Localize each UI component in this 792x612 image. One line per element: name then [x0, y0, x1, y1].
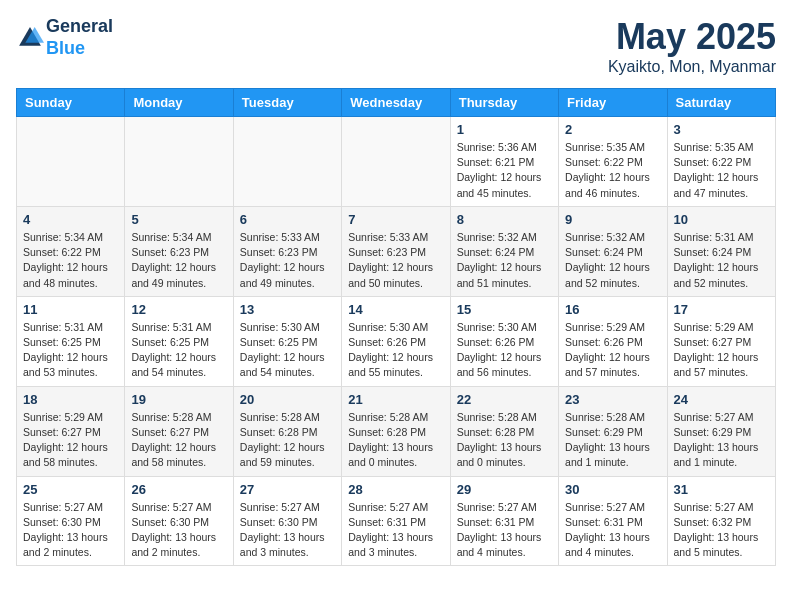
calendar-cell: 14Sunrise: 5:30 AM Sunset: 6:26 PM Dayli… — [342, 296, 450, 386]
day-number: 9 — [565, 212, 660, 227]
calendar-week-1: 1Sunrise: 5:36 AM Sunset: 6:21 PM Daylig… — [17, 117, 776, 207]
calendar-cell — [125, 117, 233, 207]
calendar-cell: 13Sunrise: 5:30 AM Sunset: 6:25 PM Dayli… — [233, 296, 341, 386]
day-number: 16 — [565, 302, 660, 317]
calendar-cell: 23Sunrise: 5:28 AM Sunset: 6:29 PM Dayli… — [559, 386, 667, 476]
day-number: 12 — [131, 302, 226, 317]
day-number: 18 — [23, 392, 118, 407]
weekday-header-sunday: Sunday — [17, 89, 125, 117]
day-info: Sunrise: 5:28 AM Sunset: 6:28 PM Dayligh… — [348, 410, 443, 471]
day-info: Sunrise: 5:30 AM Sunset: 6:25 PM Dayligh… — [240, 320, 335, 381]
day-number: 26 — [131, 482, 226, 497]
day-number: 31 — [674, 482, 769, 497]
month-title: May 2025 — [608, 16, 776, 58]
weekday-header-wednesday: Wednesday — [342, 89, 450, 117]
calendar-cell: 6Sunrise: 5:33 AM Sunset: 6:23 PM Daylig… — [233, 206, 341, 296]
day-info: Sunrise: 5:28 AM Sunset: 6:29 PM Dayligh… — [565, 410, 660, 471]
calendar-cell: 29Sunrise: 5:27 AM Sunset: 6:31 PM Dayli… — [450, 476, 558, 566]
title-block: May 2025 Kyaikto, Mon, Myanmar — [608, 16, 776, 76]
calendar-cell: 7Sunrise: 5:33 AM Sunset: 6:23 PM Daylig… — [342, 206, 450, 296]
day-info: Sunrise: 5:34 AM Sunset: 6:23 PM Dayligh… — [131, 230, 226, 291]
calendar-cell: 21Sunrise: 5:28 AM Sunset: 6:28 PM Dayli… — [342, 386, 450, 476]
calendar-cell: 11Sunrise: 5:31 AM Sunset: 6:25 PM Dayli… — [17, 296, 125, 386]
day-info: Sunrise: 5:27 AM Sunset: 6:30 PM Dayligh… — [23, 500, 118, 561]
day-number: 2 — [565, 122, 660, 137]
day-number: 25 — [23, 482, 118, 497]
weekday-header-saturday: Saturday — [667, 89, 775, 117]
calendar-cell: 9Sunrise: 5:32 AM Sunset: 6:24 PM Daylig… — [559, 206, 667, 296]
calendar-cell: 30Sunrise: 5:27 AM Sunset: 6:31 PM Dayli… — [559, 476, 667, 566]
day-info: Sunrise: 5:27 AM Sunset: 6:30 PM Dayligh… — [131, 500, 226, 561]
day-number: 7 — [348, 212, 443, 227]
day-number: 3 — [674, 122, 769, 137]
day-info: Sunrise: 5:35 AM Sunset: 6:22 PM Dayligh… — [674, 140, 769, 201]
calendar-cell: 5Sunrise: 5:34 AM Sunset: 6:23 PM Daylig… — [125, 206, 233, 296]
day-info: Sunrise: 5:35 AM Sunset: 6:22 PM Dayligh… — [565, 140, 660, 201]
calendar-cell: 3Sunrise: 5:35 AM Sunset: 6:22 PM Daylig… — [667, 117, 775, 207]
calendar-cell: 15Sunrise: 5:30 AM Sunset: 6:26 PM Dayli… — [450, 296, 558, 386]
day-info: Sunrise: 5:29 AM Sunset: 6:27 PM Dayligh… — [674, 320, 769, 381]
day-number: 1 — [457, 122, 552, 137]
day-number: 23 — [565, 392, 660, 407]
day-number: 5 — [131, 212, 226, 227]
day-info: Sunrise: 5:27 AM Sunset: 6:31 PM Dayligh… — [348, 500, 443, 561]
calendar-week-2: 4Sunrise: 5:34 AM Sunset: 6:22 PM Daylig… — [17, 206, 776, 296]
calendar-cell: 8Sunrise: 5:32 AM Sunset: 6:24 PM Daylig… — [450, 206, 558, 296]
calendar-cell: 28Sunrise: 5:27 AM Sunset: 6:31 PM Dayli… — [342, 476, 450, 566]
day-info: Sunrise: 5:27 AM Sunset: 6:32 PM Dayligh… — [674, 500, 769, 561]
calendar-cell: 25Sunrise: 5:27 AM Sunset: 6:30 PM Dayli… — [17, 476, 125, 566]
day-info: Sunrise: 5:27 AM Sunset: 6:31 PM Dayligh… — [457, 500, 552, 561]
day-info: Sunrise: 5:30 AM Sunset: 6:26 PM Dayligh… — [348, 320, 443, 381]
calendar-week-3: 11Sunrise: 5:31 AM Sunset: 6:25 PM Dayli… — [17, 296, 776, 386]
page-header: General Blue May 2025 Kyaikto, Mon, Myan… — [16, 16, 776, 76]
day-number: 8 — [457, 212, 552, 227]
day-number: 10 — [674, 212, 769, 227]
day-number: 13 — [240, 302, 335, 317]
calendar-cell: 2Sunrise: 5:35 AM Sunset: 6:22 PM Daylig… — [559, 117, 667, 207]
logo-text-line1: General — [46, 16, 113, 38]
weekday-header-row: SundayMondayTuesdayWednesdayThursdayFrid… — [17, 89, 776, 117]
day-number: 28 — [348, 482, 443, 497]
calendar-cell: 22Sunrise: 5:28 AM Sunset: 6:28 PM Dayli… — [450, 386, 558, 476]
day-info: Sunrise: 5:32 AM Sunset: 6:24 PM Dayligh… — [457, 230, 552, 291]
calendar-cell: 16Sunrise: 5:29 AM Sunset: 6:26 PM Dayli… — [559, 296, 667, 386]
calendar-cell: 10Sunrise: 5:31 AM Sunset: 6:24 PM Dayli… — [667, 206, 775, 296]
weekday-header-thursday: Thursday — [450, 89, 558, 117]
day-info: Sunrise: 5:31 AM Sunset: 6:25 PM Dayligh… — [23, 320, 118, 381]
location: Kyaikto, Mon, Myanmar — [608, 58, 776, 76]
day-number: 20 — [240, 392, 335, 407]
day-number: 17 — [674, 302, 769, 317]
day-info: Sunrise: 5:27 AM Sunset: 6:29 PM Dayligh… — [674, 410, 769, 471]
weekday-header-friday: Friday — [559, 89, 667, 117]
day-number: 4 — [23, 212, 118, 227]
day-info: Sunrise: 5:32 AM Sunset: 6:24 PM Dayligh… — [565, 230, 660, 291]
calendar-cell: 24Sunrise: 5:27 AM Sunset: 6:29 PM Dayli… — [667, 386, 775, 476]
day-info: Sunrise: 5:29 AM Sunset: 6:26 PM Dayligh… — [565, 320, 660, 381]
day-info: Sunrise: 5:34 AM Sunset: 6:22 PM Dayligh… — [23, 230, 118, 291]
calendar-cell: 31Sunrise: 5:27 AM Sunset: 6:32 PM Dayli… — [667, 476, 775, 566]
day-number: 27 — [240, 482, 335, 497]
calendar-cell — [342, 117, 450, 207]
calendar-cell: 19Sunrise: 5:28 AM Sunset: 6:27 PM Dayli… — [125, 386, 233, 476]
calendar-cell — [17, 117, 125, 207]
calendar-cell: 12Sunrise: 5:31 AM Sunset: 6:25 PM Dayli… — [125, 296, 233, 386]
day-info: Sunrise: 5:30 AM Sunset: 6:26 PM Dayligh… — [457, 320, 552, 381]
day-info: Sunrise: 5:36 AM Sunset: 6:21 PM Dayligh… — [457, 140, 552, 201]
day-number: 29 — [457, 482, 552, 497]
day-info: Sunrise: 5:28 AM Sunset: 6:27 PM Dayligh… — [131, 410, 226, 471]
calendar-cell — [233, 117, 341, 207]
day-info: Sunrise: 5:27 AM Sunset: 6:31 PM Dayligh… — [565, 500, 660, 561]
day-number: 15 — [457, 302, 552, 317]
day-info: Sunrise: 5:33 AM Sunset: 6:23 PM Dayligh… — [240, 230, 335, 291]
logo-icon — [16, 24, 44, 52]
day-info: Sunrise: 5:28 AM Sunset: 6:28 PM Dayligh… — [457, 410, 552, 471]
logo-text-line2: Blue — [46, 38, 113, 60]
day-number: 22 — [457, 392, 552, 407]
day-info: Sunrise: 5:29 AM Sunset: 6:27 PM Dayligh… — [23, 410, 118, 471]
day-number: 30 — [565, 482, 660, 497]
day-info: Sunrise: 5:31 AM Sunset: 6:25 PM Dayligh… — [131, 320, 226, 381]
day-number: 11 — [23, 302, 118, 317]
weekday-header-tuesday: Tuesday — [233, 89, 341, 117]
calendar-cell: 27Sunrise: 5:27 AM Sunset: 6:30 PM Dayli… — [233, 476, 341, 566]
day-info: Sunrise: 5:31 AM Sunset: 6:24 PM Dayligh… — [674, 230, 769, 291]
